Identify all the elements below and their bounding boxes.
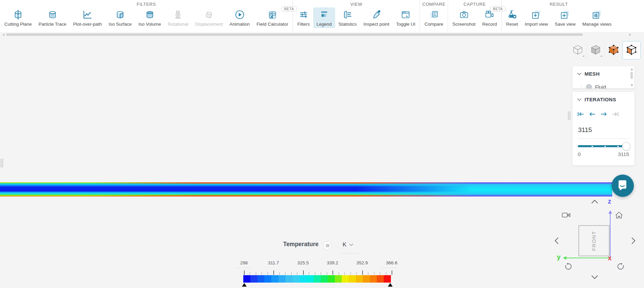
toolbar-scrollbar-thumb[interactable] bbox=[6, 33, 583, 36]
corner-expand-mark bbox=[600, 55, 602, 57]
iteration-value-field[interactable]: 3115 bbox=[578, 126, 592, 134]
toolbar-group-result: RESULTResetImport viewSave viewManage vi… bbox=[502, 0, 616, 32]
orbit-up-button[interactable] bbox=[591, 199, 599, 205]
toolbar-item-animation[interactable]: Animation bbox=[226, 7, 253, 28]
mesh-panel-header[interactable]: MESH bbox=[572, 66, 635, 77]
legend-tick-label: 339.2 bbox=[327, 260, 338, 265]
colorbar-segment bbox=[328, 275, 335, 283]
mesh-tree-item-fluid[interactable]: Fluid bbox=[581, 84, 606, 88]
support-chat-button[interactable] bbox=[612, 175, 634, 197]
toolbar-item-reset[interactable]: Reset bbox=[503, 7, 521, 28]
colorbar-segment bbox=[264, 275, 271, 283]
next-iteration-button[interactable] bbox=[600, 111, 608, 117]
colorbar-segment bbox=[243, 275, 250, 283]
render-viewport[interactable]: MESH Fluid ITERATIONS bbox=[0, 32, 644, 288]
toolbar-item-filters[interactable]: Filters bbox=[294, 7, 313, 28]
first-iteration-button[interactable] bbox=[577, 111, 585, 117]
left-panel-drag-handle[interactable] bbox=[1, 159, 3, 167]
slider-tick bbox=[604, 146, 606, 147]
toolbar-item-legend[interactable]: Legend bbox=[313, 7, 335, 28]
legend-tick bbox=[374, 272, 374, 275]
toolbar-item-label: Iso Volume bbox=[139, 22, 161, 27]
toolbar-item-save-view[interactable]: Save view bbox=[551, 7, 579, 28]
toolbar-scroll-left-arrow[interactable] bbox=[2, 33, 4, 36]
toolbar-item-iso-surface[interactable]: Iso Surface bbox=[105, 7, 135, 28]
toolbar-item-statistics[interactable]: Statistics bbox=[335, 7, 360, 28]
chat-bubble-icon bbox=[617, 180, 628, 191]
toolbar-group-filters: FILTERSCutting PlaneParticle TracePlot-o… bbox=[0, 0, 293, 32]
toolbar-item-iso-volume[interactable]: Iso Volume bbox=[135, 7, 165, 28]
toolbar-item-field-calculator[interactable]: Field CalculatorBETA bbox=[253, 7, 292, 28]
colorbar-segment bbox=[384, 275, 391, 283]
toolbar-item-import-view[interactable]: Import view bbox=[521, 7, 551, 28]
slider-tick bbox=[617, 146, 619, 147]
colorbar-segment bbox=[321, 275, 328, 283]
nav-cube-front-face[interactable]: FRONT bbox=[578, 225, 610, 256]
y-axis-label: y bbox=[557, 253, 561, 261]
legend-tick-label: 352.9 bbox=[356, 260, 368, 265]
orbit-left-button[interactable] bbox=[554, 237, 559, 246]
legend-unit-dropdown[interactable]: K bbox=[343, 241, 353, 248]
mesh-wireframe-cube-icon bbox=[625, 44, 638, 57]
toolbar-item-record[interactable]: RecordBETA bbox=[479, 7, 500, 28]
view-mode-outline-cube[interactable] bbox=[569, 42, 587, 59]
iteration-slider-track[interactable] bbox=[578, 145, 629, 147]
legend-colorbar bbox=[243, 275, 391, 283]
toolbar-item-inspect-point[interactable]: Inspect point bbox=[360, 7, 393, 28]
rotate-ccw-button[interactable] bbox=[564, 262, 573, 272]
y-axis-arrow bbox=[563, 256, 611, 260]
toolbar-item-label: Filters bbox=[297, 22, 310, 27]
view-mode-toolbar bbox=[569, 41, 641, 59]
colorbar-segment bbox=[370, 275, 377, 283]
toolbar-section-label-view: VIEW bbox=[294, 1, 419, 7]
mesh-panel-scrollbar[interactable] bbox=[630, 68, 634, 86]
solid-cube-icon bbox=[590, 44, 602, 57]
colorbar-segment bbox=[286, 275, 293, 283]
colorbar-segment bbox=[335, 275, 342, 283]
iterations-panel-title: ITERATIONS bbox=[585, 97, 616, 102]
previous-iteration-button[interactable] bbox=[589, 111, 596, 117]
view-mode-solid-cube[interactable] bbox=[587, 42, 604, 59]
view-mode-mesh-wireframe-cube-selected[interactable] bbox=[622, 41, 641, 59]
toolbar-item-label: Screenshot bbox=[452, 22, 475, 27]
right-panel-drag-handle[interactable] bbox=[568, 111, 571, 120]
statistics-icon bbox=[342, 8, 353, 21]
toolbar-item-rotational[interactable]: Rotational bbox=[164, 7, 192, 28]
camera-views-button[interactable] bbox=[562, 212, 571, 219]
toolbar-item-compare[interactable]: Compare bbox=[421, 7, 447, 28]
orbit-right-button[interactable] bbox=[631, 237, 636, 246]
iteration-slider-thumb[interactable] bbox=[622, 142, 630, 151]
legend-tick bbox=[362, 270, 363, 275]
colorbar-segment bbox=[300, 275, 307, 283]
legend-max-handle[interactable] bbox=[388, 283, 393, 287]
slider-max-label: 3115 bbox=[618, 151, 629, 157]
toolbar-item-cutting-plane[interactable]: Cutting Plane bbox=[1, 7, 35, 28]
z-axis-arrow bbox=[608, 210, 613, 260]
toolbar-item-plot-over-path[interactable]: Plot-over-path bbox=[70, 7, 105, 28]
filters-icon bbox=[298, 8, 309, 21]
legend-tick-label: 325.5 bbox=[297, 260, 309, 265]
toolbar-item-displacement[interactable]: Displacement bbox=[192, 7, 226, 28]
iterations-panel-header[interactable]: ITERATIONS bbox=[572, 92, 635, 102]
toolbar-scroll-right-arrow[interactable] bbox=[629, 33, 631, 36]
view-mode-mesh-surface-cube[interactable] bbox=[604, 42, 622, 59]
iso-surface-icon bbox=[115, 8, 126, 21]
colorbar-segment bbox=[257, 275, 265, 283]
legend-min-handle[interactable] bbox=[242, 283, 247, 287]
orbit-down-button[interactable] bbox=[591, 274, 599, 281]
toolbar-item-screenshot[interactable]: Screenshot bbox=[449, 7, 479, 28]
legend-tick-label: 366.6 bbox=[386, 260, 397, 265]
toolbar-item-toggle-ui[interactable]: Toggle UI bbox=[393, 7, 419, 28]
toolbar-item-label: Reset bbox=[506, 22, 518, 27]
last-iteration-button[interactable] bbox=[612, 111, 619, 117]
legend-tick bbox=[368, 272, 368, 275]
home-view-button[interactable] bbox=[615, 212, 623, 220]
toolbar-item-particle-trace[interactable]: Particle Trace bbox=[35, 7, 70, 28]
mesh-panel: MESH Fluid bbox=[572, 66, 635, 88]
iteration-slider[interactable] bbox=[578, 142, 629, 151]
toolbar-section-label-compare: COMPARE bbox=[421, 1, 447, 7]
rotate-cw-button[interactable] bbox=[616, 262, 625, 272]
legend-field-title: Temperature bbox=[283, 241, 319, 248]
toolbar-item-manage-views[interactable]: Manage views bbox=[579, 7, 615, 28]
legend-menu-button[interactable] bbox=[323, 241, 332, 250]
